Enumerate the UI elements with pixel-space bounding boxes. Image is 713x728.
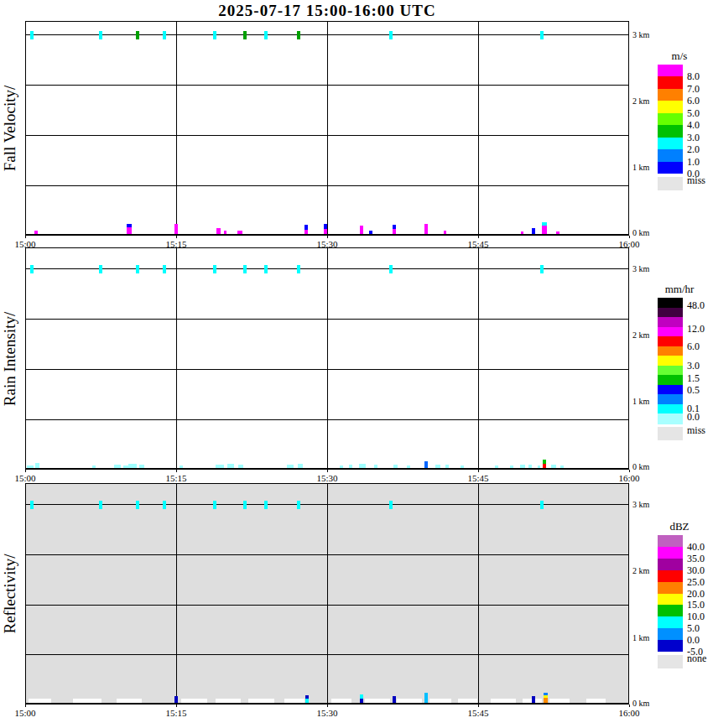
x-tick-mark (176, 705, 177, 707)
echo-3km-mark (213, 501, 216, 509)
echo-3km-mark (163, 501, 166, 509)
time-gridline (478, 248, 479, 468)
height-gridline (26, 319, 628, 320)
surface-echo-mark (298, 464, 303, 468)
echo-3km-mark (297, 265, 300, 273)
legend-label: 0.0 (687, 410, 700, 423)
legend-colorbox (658, 413, 683, 424)
echo-3km-mark (30, 501, 34, 509)
x-tick-label: 15:00 (14, 473, 35, 483)
height-gridline (26, 369, 628, 370)
time-gridline (176, 484, 177, 703)
surface-echo-mark (369, 231, 372, 234)
surface-echo-mark (216, 465, 224, 468)
legend-label: 10.0 (687, 611, 705, 623)
legend-colorbox (658, 605, 683, 616)
surface-echo-mark (424, 461, 428, 468)
x-tick-mark (327, 705, 328, 707)
surface-echo-mark (216, 228, 221, 234)
legend-colorbox (658, 570, 683, 582)
surface-white-patch (284, 699, 304, 703)
legend-label: 12.0 (687, 322, 705, 335)
surface-echo-mark (542, 226, 547, 234)
surface-echo-mark (520, 465, 525, 468)
x-tick-mark (629, 705, 630, 707)
height-label: 0 km (632, 699, 649, 708)
surface-white-patch (29, 699, 51, 703)
height-gridline (26, 554, 628, 555)
surface-white-patch (549, 699, 570, 703)
legend-label: 3.0 (687, 131, 700, 143)
surface-white-patch (429, 699, 451, 703)
x-tick-label: 16:00 (618, 473, 639, 483)
legend-miss-label: miss (687, 174, 705, 186)
surface-echo-mark (424, 224, 428, 234)
legend-miss-box (658, 177, 683, 190)
echo-3km-mark (389, 31, 393, 39)
x-tick-mark (327, 236, 328, 238)
legend-miss-box (658, 655, 683, 668)
legend-label: 3.0 (687, 359, 700, 372)
height-label: 0 km (632, 462, 649, 471)
surface-echo-mark (461, 465, 464, 468)
legend-miss-label: miss (687, 424, 705, 437)
legend-colorbox (658, 138, 683, 150)
legend-colorbox (658, 616, 683, 628)
legend-colorbox (658, 385, 683, 395)
legend-colorbox (658, 162, 683, 174)
time-gridline (327, 484, 328, 703)
surface-echo-mark (393, 696, 396, 703)
height-gridline (26, 605, 628, 606)
surface-white-patch (117, 699, 142, 703)
chart-title: 2025-07-17 15:00-16:00 UTC (25, 2, 629, 20)
height-label: 2 km (632, 566, 649, 575)
legend-colorbox (658, 101, 683, 113)
echo-3km-mark (163, 31, 166, 39)
surface-echo-mark (287, 465, 294, 468)
height-label: 1 km (632, 163, 649, 172)
surface-echo-mark (359, 464, 366, 468)
surface-echo-mark (360, 699, 363, 703)
panel-rain-intensity (25, 247, 629, 470)
legend-colorbox (658, 640, 683, 652)
x-tick-label: 15:45 (467, 708, 488, 718)
time-gridline (478, 484, 479, 703)
surface-echo-mark (35, 463, 39, 468)
surface-echo-mark (543, 460, 546, 464)
legend-colorbox (658, 394, 683, 404)
surface-echo-mark (543, 464, 546, 468)
legend-colorbox (658, 404, 683, 414)
legend-label: 25.0 (687, 575, 705, 588)
surface-echo-mark (27, 465, 34, 468)
surface-white-patch (397, 699, 422, 703)
time-gridline (176, 248, 177, 468)
surface-echo-mark (304, 230, 308, 234)
echo-3km-mark (297, 501, 300, 509)
legend-label: 40.0 (687, 540, 705, 553)
surface-echo-mark (544, 698, 548, 703)
height-label: 3 km (632, 500, 649, 509)
legend-label: 8.0 (687, 70, 700, 83)
height-label: 3 km (632, 30, 649, 39)
legend-colorbox (658, 547, 683, 559)
echo-3km-mark (540, 31, 544, 39)
surface-white-patch (73, 699, 101, 703)
legend-title: mm/hr (653, 283, 706, 296)
x-tick-mark (478, 236, 479, 238)
height-gridline (26, 654, 628, 655)
x-tick-mark (629, 470, 630, 472)
echo-3km-mark (213, 265, 216, 273)
height-gridline (26, 419, 628, 420)
surface-white-patch (458, 699, 477, 703)
echo-3km-mark (243, 31, 247, 39)
surface-echo-mark (304, 225, 308, 230)
surface-echo-mark (174, 224, 178, 234)
legend-label: 15.0 (687, 599, 705, 611)
height-label: 2 km (632, 330, 649, 340)
echo-3km-mark (136, 31, 139, 39)
surface-echo-mark (560, 465, 564, 468)
surface-echo-mark (393, 465, 398, 468)
legend-colorbox (658, 336, 683, 346)
echo-3km-mark (243, 265, 247, 273)
x-tick-mark (478, 470, 479, 472)
